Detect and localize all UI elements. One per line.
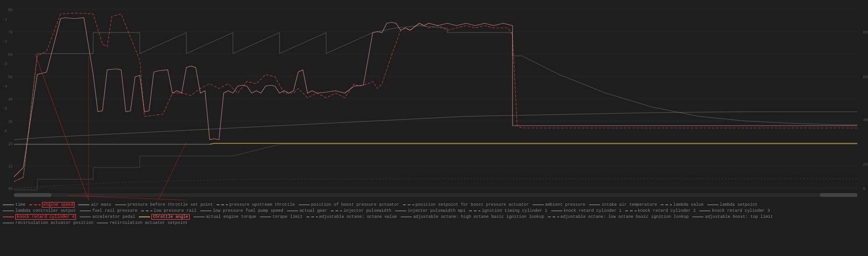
legend-high-octane-lookup: adjustable octane: high octane basic ign… xyxy=(401,215,544,219)
legend-knock-retard-3: knock retard cylinder 3 xyxy=(699,209,770,213)
legend-lambda-value: lambda value xyxy=(661,202,704,207)
svg-text:7k: 7k xyxy=(8,30,13,35)
legend-adjustable-boost-limit: adjustable boost: top limit xyxy=(692,215,773,219)
legend-accelerator-pedal: accelerator pedal xyxy=(80,215,135,219)
svg-text:1k: 1k xyxy=(8,164,13,169)
legend-row-3: knock retard cylinder 4 accelerator peda… xyxy=(3,214,865,220)
legend-recirc-actuator-setpoint: recirculation actuator setpoint xyxy=(97,221,187,225)
legend-row-4: recirculation actuator position recircul… xyxy=(3,221,865,225)
legend-fuel-rail: fuel rail pressure xyxy=(80,209,137,213)
legend-knock-retard-2: knock retard cylinder 2 xyxy=(625,209,696,213)
svg-rect-32 xyxy=(820,193,857,197)
svg-text:60: 60 xyxy=(863,75,868,80)
svg-text:-3: -3 xyxy=(2,62,7,67)
legend-adjustable-octane-value: adjustable octane: octane value xyxy=(307,215,397,219)
legend-injector-pulsewidth: injector pulsewidth xyxy=(331,209,391,213)
legend-low-octane-lookup: adjustable octane: low octane basic igni… xyxy=(548,215,689,219)
svg-text:40: 40 xyxy=(863,118,868,122)
legend-throttle-angle: throttle angle xyxy=(139,214,190,220)
svg-text:-1: -1 xyxy=(2,17,7,22)
svg-text:4k: 4k xyxy=(8,97,13,102)
legend-air-mass: air mass xyxy=(78,202,111,207)
svg-text:-2: -2 xyxy=(2,40,7,44)
legend-knock-retard-1: knock retard cylinder 1 xyxy=(551,209,622,213)
legend-actual-engine-torque: actual engine torque xyxy=(193,215,256,219)
svg-rect-30 xyxy=(14,193,857,197)
svg-rect-31 xyxy=(14,193,51,197)
svg-text:-5: -5 xyxy=(2,107,7,111)
legend-boost-pressure-actuator: position of boost pressure actuator xyxy=(299,202,399,207)
chart-svg: 8k 7k 6k 5k 4k 3k 2k 1k 0k -1 -2 -3 -4 -… xyxy=(0,0,868,200)
legend-time: time xyxy=(3,202,26,207)
svg-text:6k: 6k xyxy=(8,53,13,57)
legend-recirc-actuator-pos: recirculation actuator position xyxy=(3,221,93,225)
legend-row-2: lambda controller output fuel rail press… xyxy=(3,209,865,213)
legend-area: time engine speed air mass pressure befo… xyxy=(0,200,868,256)
svg-text:20: 20 xyxy=(863,162,868,167)
legend-torque-limit: torque limit xyxy=(260,215,303,219)
legend-low-pressure-rail: low pressure rail xyxy=(141,209,197,213)
svg-text:2k: 2k xyxy=(8,142,13,147)
svg-text:0: 0 xyxy=(863,187,865,191)
svg-text:-6: -6 xyxy=(2,129,7,134)
svg-text:80: 80 xyxy=(863,30,868,35)
legend-intake-air-temp: intake air temperature xyxy=(589,202,657,207)
svg-text:-4: -4 xyxy=(2,84,7,89)
svg-rect-0 xyxy=(0,0,868,200)
legend-pressure-before-throttle: pressure before throttle set point xyxy=(115,202,213,207)
legend-lambda-setpoint: lambda setpoint xyxy=(707,202,758,207)
legend-boost-pressure-setpoint: position setpoint for boost pressure act… xyxy=(403,202,529,207)
legend-ambient-pressure: ambient pressure xyxy=(533,202,585,207)
legend-knock-retard-4: knock retard cylinder 4 xyxy=(3,214,76,220)
legend-actual-gear: actual gear xyxy=(287,209,327,213)
svg-text:8k: 8k xyxy=(8,8,13,13)
legend-row-1: time engine speed air mass pressure befo… xyxy=(3,202,865,208)
svg-text:5k: 5k xyxy=(8,75,13,80)
legend-low-pressure-pump: low pressure fuel pump speed xyxy=(200,209,283,213)
legend-engine-speed: engine speed xyxy=(29,202,75,208)
legend-ignition-timing: ignition timing cylinder 1 xyxy=(469,209,547,213)
svg-text:0k: 0k xyxy=(8,187,13,191)
svg-text:3k: 3k xyxy=(8,120,13,124)
legend-lambda-controller: lambda controller output xyxy=(3,209,76,213)
legend-pressure-upstream: pressure upstream throttle xyxy=(217,202,294,207)
legend-injector-pulsewidth-mpi: injector pulsewidth mpi xyxy=(395,209,465,213)
